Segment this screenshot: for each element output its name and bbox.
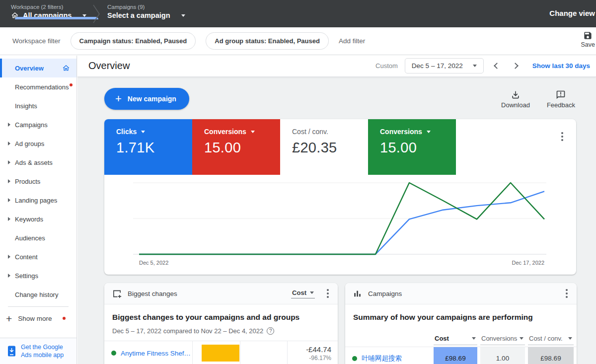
- table-row: Anytime Fitness Sheffi… -£44.74 -96.17%: [104, 341, 338, 364]
- card-title: Campaigns: [368, 290, 402, 297]
- previous-period-button[interactable]: [494, 63, 500, 69]
- chevron-down-icon: [472, 337, 476, 340]
- notification-dot: [63, 317, 66, 320]
- main-content: + New campaign Download Feedback Clicks …: [77, 77, 596, 364]
- notification-dot: [70, 83, 73, 86]
- download-icon: [511, 90, 521, 100]
- sidebar-item-landing-pages[interactable]: Landing pages: [0, 191, 76, 210]
- status-dot: [352, 356, 357, 361]
- sidebar-item-overview[interactable]: Overview: [0, 59, 76, 77]
- scorecard-metric-label: Conversions: [204, 128, 246, 136]
- sidebar: Overview Recommendations Insights Campai…: [0, 56, 77, 364]
- scorecard-value: 15.00: [380, 140, 456, 156]
- biggest-changes-card: Biggest changes Cost Biggest changes to …: [104, 283, 338, 364]
- campaign-link[interactable]: Anytime Fitness Sheffi…: [121, 350, 192, 357]
- workspace-label: Workspace (2 filters): [11, 4, 86, 10]
- workspace-selector[interactable]: Workspace (2 filters) All campaigns: [11, 4, 86, 19]
- overview-card: Clicks 1.71K Conversions 15.00 Cost / co…: [104, 119, 576, 275]
- sidebar-item-content[interactable]: Content: [0, 247, 76, 266]
- scorecard[interactable]: Conversions 15.00: [192, 119, 280, 175]
- filter-bar: Workspace filter Campaign status: Enable…: [0, 27, 596, 55]
- sidebar-item-campaigns[interactable]: Campaigns: [0, 115, 76, 134]
- card-menu-button[interactable]: [326, 288, 330, 299]
- chevron-down-icon: [473, 65, 477, 67]
- page-title: Overview: [88, 60, 130, 72]
- sidebar-item-keywords[interactable]: Keywords: [0, 210, 76, 228]
- svg-text:Dec 5, 2022: Dec 5, 2022: [139, 260, 168, 266]
- mobile-phone-icon: [7, 345, 16, 357]
- scorecard[interactable]: Cost / conv. £20.35: [280, 119, 368, 175]
- scorecard[interactable]: Clicks 1.71K: [104, 119, 192, 175]
- google-ads-app: Workspace (2 filters) All campaigns Camp…: [0, 0, 596, 364]
- breadcrumb-separator-icon: [92, 3, 101, 25]
- sidebar-divider: [8, 306, 69, 307]
- overview-chart: Dec 5, 2022Dec 17, 2022: [104, 175, 576, 274]
- chevron-down-icon: [310, 291, 314, 294]
- sidebar-item-audiences[interactable]: Audiences: [0, 228, 76, 247]
- sidebar-item-insights[interactable]: Insights: [0, 96, 76, 115]
- card-title: Biggest changes: [128, 290, 177, 297]
- sidebar-item-recommendations[interactable]: Recommendations: [0, 77, 76, 96]
- scorecard-value: £20.35: [292, 140, 368, 156]
- show-more-button[interactable]: + Show more: [0, 309, 76, 328]
- svg-text:Dec 17, 2022: Dec 17, 2022: [512, 260, 544, 266]
- card-menu-button[interactable]: [565, 288, 569, 299]
- campaign-link[interactable]: 叶哺网超搜索: [362, 354, 402, 363]
- date-range-picker[interactable]: Dec 5 – 17, 2022: [405, 58, 484, 73]
- scorecard-metric-label: Cost / conv.: [292, 128, 328, 136]
- expand-arrow-icon: [8, 179, 10, 183]
- mobile-app-link[interactable]: Get the Google Ads mobile app: [0, 338, 76, 364]
- help-icon[interactable]: ?: [267, 327, 274, 335]
- save-icon: [583, 31, 593, 40]
- scorecard-metric-label: Clicks: [116, 128, 137, 136]
- filter-chip-campaign-status[interactable]: Campaign status: Enabled, Paused: [71, 32, 196, 50]
- date-mode-label: Custom: [375, 62, 398, 70]
- campaigns-label: Campaigns (9): [107, 4, 185, 10]
- workspace-filter-label: Workspace filter: [12, 37, 61, 45]
- download-button[interactable]: Download: [501, 90, 530, 109]
- chevron-down-icon: [82, 14, 86, 17]
- column-header-conversions[interactable]: Conversions: [480, 335, 525, 345]
- filter-chip-adgroup-status[interactable]: Ad group status: Enabled, Paused: [206, 32, 329, 50]
- column-headers: Cost Conversions Cost / conv.: [353, 335, 574, 345]
- sidebar-item-ad-groups[interactable]: Ad groups: [0, 134, 76, 153]
- conversions-cell: 1.00: [480, 347, 525, 364]
- mobile-app-line2: Ads mobile app: [21, 351, 64, 359]
- scorecards-row: Clicks 1.71K Conversions 15.00 Cost / co…: [104, 119, 576, 175]
- sidebar-item-change-history[interactable]: Change history: [0, 285, 76, 304]
- save-button[interactable]: Save: [581, 31, 596, 48]
- add-filter-button[interactable]: Add filter: [339, 37, 365, 45]
- sidebar-item-settings[interactable]: Settings: [0, 266, 76, 285]
- chevron-down-icon: [568, 337, 572, 340]
- feedback-button[interactable]: Feedback: [547, 90, 575, 109]
- chevron-down-icon: [520, 337, 523, 340]
- card-heading: Summary of how your campaigns are perfor…: [345, 304, 577, 322]
- new-campaign-button[interactable]: + New campaign: [104, 88, 189, 110]
- sidebar-item-products[interactable]: Products: [0, 172, 76, 191]
- expand-arrow-icon: [8, 255, 10, 259]
- next-period-button[interactable]: [512, 63, 519, 69]
- scorecard-value: 1.71K: [116, 140, 192, 156]
- column-header-cost-per-conv[interactable]: Cost / conv.: [528, 335, 574, 345]
- column-header-cost[interactable]: Cost: [434, 335, 477, 345]
- show-last-30-days-link[interactable]: Show last 30 days: [532, 62, 590, 70]
- scorecard[interactable]: Conversions 15.00: [368, 119, 456, 175]
- metric-dropdown[interactable]: Cost: [291, 289, 315, 298]
- scorecard-value: 15.00: [204, 140, 280, 156]
- home-icon: [62, 64, 70, 72]
- chevron-down-icon: [181, 14, 185, 17]
- card-menu-button[interactable]: [560, 131, 564, 142]
- expand-arrow-icon: [8, 198, 10, 202]
- campaign-selector[interactable]: Campaigns (9) Select a campaign: [107, 4, 185, 19]
- campaign-value: Select a campaign: [107, 11, 170, 19]
- active-tab-indicator: [15, 17, 98, 19]
- cost-per-conv-cell: £98.69: [528, 347, 574, 364]
- change-view-button[interactable]: Change view: [549, 9, 595, 17]
- plus-icon: +: [115, 93, 122, 104]
- change-value: -£44.74: [306, 345, 331, 354]
- cost-cell: £98.69: [434, 347, 477, 364]
- sidebar-item-ads-assets[interactable]: Ads & assets: [0, 153, 76, 172]
- campaigns-card: Campaigns Summary of how your campaigns …: [345, 283, 577, 364]
- comparison-range: Dec 5 – 17, 2022 compared to Nov 22 – De…: [112, 327, 263, 335]
- expand-arrow-icon: [8, 274, 10, 278]
